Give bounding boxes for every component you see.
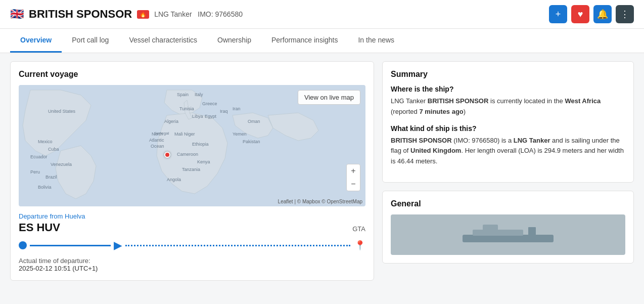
svg-text:Greece: Greece <box>202 101 217 106</box>
tab-overview[interactable]: Overview <box>10 29 62 53</box>
add-button[interactable]: + <box>549 5 567 23</box>
svg-text:Angola: Angola <box>167 177 181 182</box>
map-attribution: Leaflet | © Mapbox © OpenStreetMap <box>278 199 362 204</box>
svg-text:Bolivia: Bolivia <box>38 185 52 190</box>
svg-rect-34 <box>528 227 536 236</box>
summary-title: Summary <box>391 70 625 79</box>
where-ship-title: Where is the ship? <box>391 85 625 93</box>
header-left: 🇬🇧 BRITISH SPONSOR 🔥 LNG Tanker IMO: 976… <box>10 8 243 21</box>
vessel-type: LNG Tanker IMO: 9766580 <box>154 10 243 18</box>
svg-text:Ocean: Ocean <box>151 144 164 149</box>
svg-text:Senegal: Senegal <box>154 131 169 136</box>
ship-type-text: BRITISH SPONSOR (IMO: 9766580) is a LNG … <box>391 136 625 167</box>
tab-ownership[interactable]: Ownership <box>207 29 261 53</box>
alert-button[interactable]: 🔔 <box>593 5 612 23</box>
svg-text:Iran: Iran <box>233 106 241 111</box>
favorite-button[interactable]: ♥ <box>571 5 589 23</box>
svg-text:Mali Niger: Mali Niger <box>174 132 195 137</box>
ship-marker <box>164 152 170 158</box>
navigation: Overview Port call log Vessel characteri… <box>0 29 644 53</box>
tab-vessel-characteristics[interactable]: Vessel characteristics <box>119 29 207 53</box>
zoom-out-button[interactable]: − <box>347 178 360 191</box>
zoom-in-button[interactable]: + <box>347 164 360 178</box>
where-ship-text: LNG Tanker BRITISH SPONSOR is currently … <box>391 96 625 117</box>
left-panel: Current voyage United <box>10 61 374 281</box>
right-panel: Summary Where is the ship? LNG Tanker BR… <box>382 61 634 281</box>
svg-text:Venezuela: Venezuela <box>51 162 72 167</box>
svg-text:Yemen: Yemen <box>233 132 247 137</box>
svg-text:Cameroon: Cameroon <box>177 152 198 157</box>
svg-text:Algeria: Algeria <box>164 119 178 124</box>
departure-label: Departure from Huelva <box>19 212 365 220</box>
svg-text:Italy: Italy <box>195 92 203 97</box>
svg-text:Mexico: Mexico <box>38 139 53 144</box>
summary-card: Summary Where is the ship? LNG Tanker BR… <box>382 61 634 183</box>
svg-text:Libya: Libya <box>192 114 203 119</box>
svg-rect-31 <box>463 235 554 242</box>
svg-text:Ethiopia: Ethiopia <box>192 142 209 147</box>
svg-text:Peru: Peru <box>30 169 40 175</box>
main-content: Current voyage United <box>0 53 644 289</box>
svg-text:Tunisia: Tunisia <box>179 106 194 111</box>
general-card: General <box>382 191 634 264</box>
map-zoom-controls: + − <box>346 164 360 191</box>
svg-text:Ecuador: Ecuador <box>30 154 48 159</box>
vessel-silhouette <box>457 220 559 250</box>
current-voyage-title: Current voyage <box>19 70 365 79</box>
svg-text:Spain: Spain <box>177 92 189 97</box>
svg-text:Iraq: Iraq <box>220 109 228 114</box>
svg-text:United States: United States <box>48 109 76 114</box>
svg-rect-32 <box>473 230 523 236</box>
fire-badge: 🔥 <box>137 10 149 19</box>
map-container: United States North Atlantic Ocean Brazi… <box>19 85 365 206</box>
svg-rect-33 <box>483 225 498 231</box>
flag-icon: 🇬🇧 <box>10 8 24 21</box>
tab-port-call-log[interactable]: Port call log <box>62 29 119 53</box>
time-of-departure-label: Actual time of departure: <box>19 256 365 265</box>
svg-text:Brazil: Brazil <box>45 175 57 180</box>
vessel-name: BRITISH SPONSOR <box>29 8 132 21</box>
destination-code: ES HUV <box>19 221 60 234</box>
svg-text:Pakistan: Pakistan <box>243 139 260 144</box>
more-button[interactable]: ⋮ <box>616 5 634 23</box>
voyage-destination-pin: 📍 <box>354 240 365 251</box>
voyage-arrow: ▶ <box>114 239 121 251</box>
svg-text:Oman: Oman <box>248 119 260 124</box>
view-live-map-button[interactable]: View on live map <box>298 90 360 105</box>
voyage-dotted-line <box>125 245 350 246</box>
header: 🇬🇧 BRITISH SPONSOR 🔥 LNG Tanker IMO: 976… <box>0 0 644 29</box>
voyage-start-circle <box>19 241 27 249</box>
tab-in-the-news[interactable]: In the news <box>348 29 404 53</box>
time-of-departure: 2025-02-12 10:51 (UTC+1) <box>19 265 365 272</box>
svg-text:Atlantic: Atlantic <box>149 138 164 143</box>
voyage-solid-line <box>30 245 111 246</box>
svg-text:Kenya: Kenya <box>197 159 210 164</box>
gta-label: GTA <box>352 225 365 233</box>
svg-text:Egypt: Egypt <box>205 114 217 119</box>
header-actions: + ♥ 🔔 ⋮ <box>549 5 634 23</box>
ship-type-title: What kind of ship is this? <box>391 124 625 133</box>
svg-text:Cuba: Cuba <box>48 147 59 152</box>
tab-performance-insights[interactable]: Performance insights <box>261 29 348 53</box>
vessel-image <box>391 214 625 255</box>
general-title: General <box>391 199 625 208</box>
voyage-progress: ▶ 📍 <box>19 239 365 251</box>
svg-text:Tanzania: Tanzania <box>182 167 200 172</box>
